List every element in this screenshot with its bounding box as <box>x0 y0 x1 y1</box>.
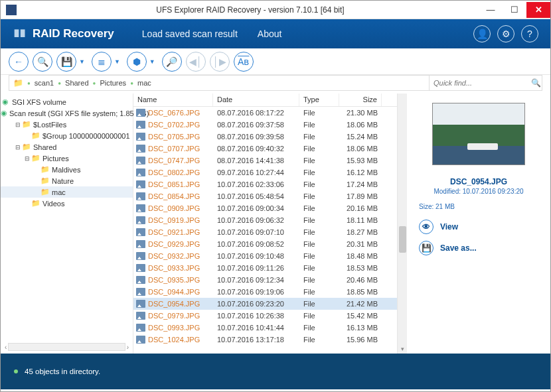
file-row[interactable]: DSC_0935.JPG10.07.2016 09:12:34File20.46… <box>133 274 397 286</box>
col-type[interactable]: Type <box>299 94 339 106</box>
file-row[interactable]: DSC_0802.JPG09.07.2016 10:27:44File16.12… <box>133 166 397 178</box>
close-button[interactable]: ✕ <box>526 2 550 18</box>
file-type: File <box>299 288 339 296</box>
path-sep-icon: ● <box>27 80 31 86</box>
file-row[interactable]: DSC_0993.JPG10.07.2016 10:41:44File16.13… <box>133 322 397 334</box>
title-bar: UFS Explorer RAID Recovery - version 7.1… <box>1 1 550 19</box>
save-dropdown-icon[interactable]: ▼ <box>79 58 85 65</box>
image-file-icon <box>136 264 145 272</box>
col-size[interactable]: Size <box>339 94 382 106</box>
image-file-icon <box>136 288 145 296</box>
case-button[interactable]: Aʙ <box>234 52 254 72</box>
tree-item-label: Pictures <box>42 155 69 163</box>
file-row[interactable]: DSC_0979.JPG10.07.2016 10:26:38File15.42… <box>133 310 397 322</box>
tree-scan-result[interactable]: ◉Scan result (SGI XFS file system; 1.85 … <box>1 107 133 119</box>
tree-item[interactable]: 📁$Group 100000000000001 <box>1 130 133 141</box>
file-row[interactable]: DSC_0676.JPG08.07.2016 08:17:22File21.30… <box>133 107 397 119</box>
tree-item[interactable]: 📁Maldives <box>1 164 133 175</box>
file-size: 17.24 MB <box>339 180 382 188</box>
file-row[interactable]: DSC_0932.JPG10.07.2016 09:10:48File18.48… <box>133 250 397 262</box>
file-row[interactable]: DSC_0944.JPG10.07.2016 09:19:06File18.85… <box>133 286 397 298</box>
file-row[interactable]: DSC_0854.JPG10.07.2016 05:48:54File17.89… <box>133 190 397 202</box>
file-row[interactable]: DSC_0919.JPG10.07.2016 09:06:32File18.11… <box>133 214 397 226</box>
file-date: 08.07.2016 08:17:22 <box>213 109 299 117</box>
maximize-button[interactable]: ☐ <box>503 2 526 18</box>
file-date: 10.07.2016 09:06:32 <box>213 216 299 224</box>
file-row[interactable]: DSC_1024.JPG10.07.2016 13:17:18File15.96… <box>133 334 397 346</box>
tree-item-label: Nature <box>52 177 74 185</box>
back-button[interactable]: ← <box>9 52 29 72</box>
tree-item[interactable]: 📁Videos <box>1 198 133 209</box>
file-list-scrollbar[interactable]: ▾ <box>398 94 407 354</box>
case-icon: Aʙ <box>238 56 249 67</box>
tree-item[interactable]: ⊟📁Shared <box>1 141 133 153</box>
file-row[interactable]: DSC_0707.JPG08.07.2016 09:40:32File18.06… <box>133 143 397 155</box>
load-scan-link[interactable]: Load saved scan result <box>142 29 238 39</box>
tree-item[interactable]: ⊟📁Pictures <box>1 153 133 164</box>
path-seg[interactable]: Shared <box>65 79 88 87</box>
quick-find-go[interactable]: 🔍 <box>530 76 542 90</box>
help-button[interactable]: ? <box>521 25 538 42</box>
prev-button[interactable]: ◀│ <box>186 52 206 72</box>
view-dropdown-icon[interactable]: ▼ <box>114 58 120 65</box>
scroll-down-icon[interactable]: ▾ <box>398 346 407 352</box>
account-button[interactable]: 👤 <box>473 25 491 42</box>
next-button[interactable]: │▶ <box>210 52 230 72</box>
col-name[interactable]: Name <box>133 94 213 106</box>
tree-expander-icon[interactable]: ⊟ <box>14 144 22 151</box>
tree-expander-icon[interactable]: ⊟ <box>14 121 22 128</box>
folder-icon: 📁 <box>40 188 50 196</box>
file-date: 10.07.2016 05:48:54 <box>213 192 299 200</box>
scroll-thumb[interactable] <box>399 226 406 253</box>
status-bar: 45 objects in directory. <box>1 354 550 389</box>
scroll-left-icon[interactable]: ‹ <box>3 344 8 351</box>
save-button[interactable]: 💾 <box>56 52 76 72</box>
file-row[interactable]: DSC_0705.JPG08.07.2016 09:39:58File15.24… <box>133 131 397 143</box>
col-date[interactable]: Date <box>213 94 299 106</box>
tree-volume[interactable]: ◉SGI XFS volume <box>1 96 133 107</box>
file-name: DSC_0954.JPG <box>148 300 200 308</box>
tree-expander-icon[interactable]: ⊟ <box>23 155 31 162</box>
path-seg[interactable]: Pictures <box>100 79 126 87</box>
file-name: DSC_0851.JPG <box>148 180 200 188</box>
eye-icon: 👁 <box>422 222 430 231</box>
file-date: 08.07.2016 09:39:58 <box>213 133 299 141</box>
file-name: DSC_0676.JPG <box>148 109 200 117</box>
file-row[interactable]: DSC_0747.JPG08.07.2016 14:41:38File15.93… <box>133 155 397 166</box>
file-row[interactable]: DSC_0933.JPG10.07.2016 09:11:26File18.53… <box>133 262 397 274</box>
list-view-button[interactable]: ≣ <box>92 52 112 72</box>
tree-item[interactable]: ⊟📁$LostFiles <box>1 119 133 130</box>
settings-button[interactable]: ⚙ <box>497 25 514 42</box>
view-button[interactable]: 👁 View <box>419 220 538 234</box>
image-file-icon <box>136 145 145 153</box>
tree-item[interactable]: 📁Nature <box>1 175 133 186</box>
path-seg[interactable]: mac <box>137 79 151 87</box>
scroll-right-icon[interactable]: › <box>125 344 130 351</box>
file-row[interactable]: DSC_0954.JPG10.07.2016 09:23:20File21.42… <box>133 298 397 310</box>
image-file-icon <box>136 192 145 200</box>
file-type: File <box>299 192 339 200</box>
file-name: DSC_0935.JPG <box>148 276 200 284</box>
search-button[interactable]: 🔍 <box>33 52 52 72</box>
file-row[interactable]: DSC_0851.JPG10.07.2016 02:33:06File17.24… <box>133 178 397 190</box>
file-row[interactable]: DSC_0929.JPG10.07.2016 09:08:52File20.31… <box>133 238 397 250</box>
hex-view-button[interactable]: ⬢ <box>127 52 147 72</box>
save-as-button[interactable]: 💾 Save as... <box>419 241 538 255</box>
file-date: 10.07.2016 10:41:44 <box>213 324 299 332</box>
file-size: 18.11 MB <box>339 216 382 224</box>
tree-hscroll[interactable]: ‹ › <box>3 342 130 352</box>
find-button[interactable]: 🔎 <box>162 52 182 72</box>
file-type: File <box>299 216 339 224</box>
file-row[interactable]: DSC_0909.JPG10.07.2016 09:00:34File20.16… <box>133 202 397 214</box>
path-seg[interactable]: scan1 <box>35 79 54 87</box>
image-file-icon <box>136 216 145 224</box>
breadcrumb[interactable]: 📁 ●scan1 ●Shared ●Pictures ●mac <box>9 76 429 90</box>
minimize-button[interactable]: — <box>479 2 503 18</box>
about-link[interactable]: About <box>258 29 282 39</box>
file-row[interactable]: DSC_0702.JPG08.07.2016 09:37:58File18.06… <box>133 119 397 131</box>
file-row[interactable]: DSC_0921.JPG10.07.2016 09:07:10File18.27… <box>133 226 397 238</box>
hex-dropdown-icon[interactable]: ▼ <box>149 58 155 65</box>
tree-item[interactable]: 📁mac <box>1 186 133 198</box>
file-size: 15.96 MB <box>339 336 382 344</box>
quick-find-input[interactable] <box>430 76 530 90</box>
